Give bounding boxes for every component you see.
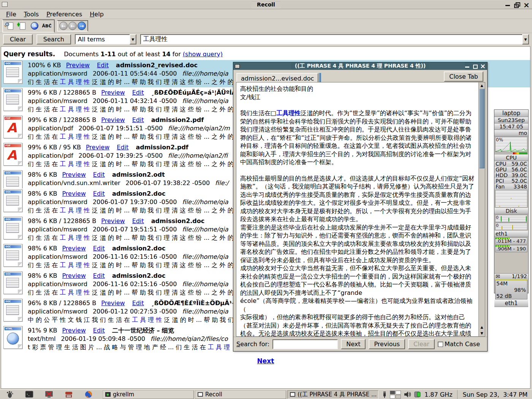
result-relevance-size: 99% 6 KB / 1228865 B [28,116,96,124]
gnome-menu-icon[interactable] [5,390,14,399]
scrollbar-thumb[interactable] [479,89,484,168]
scroll-up-icon[interactable]: ▲ [479,82,485,89]
chevron-down-icon[interactable]: ▼ [130,34,136,44]
search-button[interactable]: Search [36,34,71,44]
fan-chart[interactable] [495,190,527,207]
preview-link[interactable]: Preview [62,272,86,279]
window-icon [198,392,203,397]
result-details: application/msword2006-01-11 04:32:14 -0… [28,97,240,105]
edit-link[interactable]: Edit [132,116,144,124]
hostname: laptop [494,110,528,117]
edit-link[interactable]: Edit [93,171,105,178]
cpu-frequency: 1.87 GHz [424,391,453,398]
scroll-down-icon[interactable]: ▼ [479,330,485,336]
edit-link[interactable]: Edit [132,217,144,225]
menu-help[interactable]: Help [87,10,106,18]
taskbar-task[interactable]: Recoll [195,390,286,399]
recoll-titlebar[interactable]: Recoll [0,0,532,9]
window-menu-icon[interactable] [2,2,8,7]
edit-link[interactable]: Edit [117,144,128,151]
edit-link[interactable]: Edit [132,299,144,307]
result-title: admission2.doc [151,217,204,225]
taskbar-clock[interactable]: Sun Sep 23, 3:47 PM [457,390,532,399]
chevron-down-icon[interactable]: ▼ [522,34,529,44]
preview-link[interactable]: Preview [62,245,86,252]
preview-paragraph: 成功的校友对于公立大学当然有益无害，但不像对私立大学那么至关重要。但是选入未来社… [240,264,477,297]
preview-link[interactable]: Preview [66,62,90,69]
power-plug-icon[interactable] [382,390,388,399]
menu-tools[interactable]: Tools [21,10,42,18]
cpu-chart[interactable]: 0% [495,137,527,152]
window-menu-icon[interactable] [235,64,240,68]
minimize-icon[interactable] [465,64,470,68]
workspace-switcher[interactable] [390,391,401,399]
mail-count: 1/192 [512,274,527,279]
cpu-krell [495,152,527,154]
find-clear-button[interactable]: Clear [408,339,435,349]
preview-link[interactable]: Preview [101,217,125,225]
preview-link[interactable]: Preview [62,327,86,334]
preview-link[interactable]: Preview [101,89,125,96]
result-relevance-size: 100% 6 KB [28,62,61,69]
result-snippet: 们 生 活 在 工 具 理 性 泛 滥 的 时 ... 帮 助 我 们 理 清 … [28,78,234,86]
disk-write-chart[interactable]: 0 [495,223,527,230]
lock-screen-icon[interactable] [45,390,53,399]
history-clock-icon[interactable] [29,21,40,31]
firefox-icon[interactable] [84,390,93,399]
preview-tab[interactable]: admission2...evised.doc [236,73,318,83]
minimize-icon[interactable] [505,2,511,7]
match-case-option[interactable]: Match Case [438,340,480,348]
result-relevance-size: 98% 6 KB [28,245,57,252]
close-icon[interactable] [480,64,485,68]
maximize-icon[interactable] [472,64,477,68]
typewriter-app-icon[interactable] [65,390,73,399]
cpu-frequency-icon[interactable] [414,390,422,399]
find-next-button[interactable]: Next [341,339,366,349]
spell-term-icon[interactable]: ÅBĈ [41,21,52,31]
find-previous-button[interactable]: Previous [369,339,405,349]
taskbar-task[interactable]: gkrellm [103,390,194,399]
taskbar-task[interactable]: ((工 PHRASE 4 具 PHRASE ... [287,390,378,399]
preview-link[interactable]: Preview [62,171,86,178]
preview-window[interactable]: ((工 PHRASE 4 具 PHRASE 4 理 PHRASE 4 性)) a… [233,62,488,352]
preview-link[interactable]: Preview [62,190,86,197]
terminal-icon[interactable]: ›_ [25,390,33,399]
gkrellm-monitor[interactable]: laptop Sun23Sep 15:47 05 mo 0% CPU CPU59… [494,109,529,293]
preview-window-title: ((工 PHRASE 4 具 PHRASE 4 理 PHRASE 4 性)) [291,63,429,70]
preview-paragraph [240,166,477,174]
match-case-checkbox[interactable] [438,342,443,347]
edit-link[interactable]: Edit [93,245,105,252]
search-mode-select[interactable]: All terms ▼ [75,34,136,44]
preview-paragraph: （ [240,305,477,314]
close-tab-button[interactable]: Close Tab [444,71,483,82]
document-search-icon[interactable] [5,21,16,31]
disk-read-chart[interactable]: 0 [495,215,527,222]
scrollbar[interactable]: ▲ ▲ ▼ [478,82,485,336]
close-icon[interactable] [523,2,529,7]
edit-link[interactable]: Edit [97,62,109,69]
maximize-icon[interactable] [514,2,520,7]
next-page-link[interactable]: Next [1,357,530,365]
preview-link[interactable]: Preview [86,144,109,151]
edit-link[interactable]: Edit [93,190,105,197]
scroll-up-icon[interactable]: ▲ [479,324,485,330]
find-input[interactable] [272,339,338,349]
query-input[interactable]: 工具理性 ▼ [140,34,529,44]
preview-titlebar[interactable]: ((工 PHRASE 4 具 PHRASE 4 理 PHRASE 4 性)) [233,62,487,70]
clear-button[interactable]: Clear [3,34,33,44]
show-query-link[interactable]: (show query) [183,51,223,58]
cpu-label: CPU [494,155,528,161]
edit-link[interactable]: Edit [132,89,144,96]
nav-back-icon[interactable]: ← [68,22,77,30]
menu-file[interactable]: File [3,10,19,18]
preview-link[interactable]: Preview [101,299,125,307]
edit-link[interactable]: Edit [93,272,105,279]
preview-link[interactable]: Preview [101,116,125,124]
nav-first-icon[interactable]: ← [59,22,68,30]
menu-preferences[interactable]: Preferences [43,10,85,18]
preview-text-area[interactable]: 高校招生的社会功能和目的文/钱江我们生活在□工具理性泛滥的时代。作为“世之显学”… [236,82,485,337]
volume-speaker-icon[interactable] [403,390,412,399]
nav-forward-icon[interactable]: → [78,22,86,30]
sort-document-icon[interactable]: ▲▼ [17,21,28,31]
edit-link[interactable]: Edit [93,327,105,334]
